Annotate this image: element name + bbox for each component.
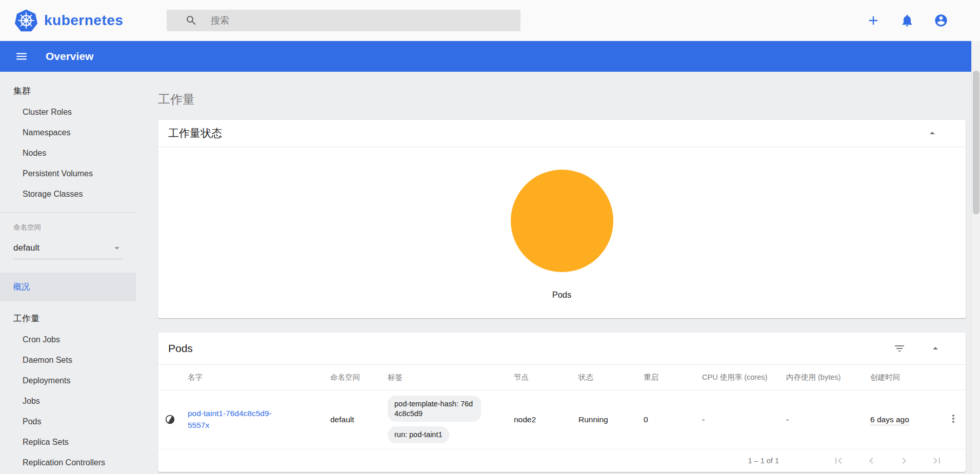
- collapse-card-icon[interactable]: [926, 127, 939, 140]
- column-header-created[interactable]: 创建时间: [870, 365, 947, 390]
- pods-card: Pods: [158, 333, 966, 472]
- account-circle-icon[interactable]: [934, 13, 948, 28]
- sidebar-item-storage-classes[interactable]: Storage Classes: [0, 184, 136, 204]
- chevron-down-icon: [111, 242, 123, 254]
- filter-icon[interactable]: [893, 342, 906, 355]
- table-header-row: 名字 命名空间 标签 节点 状态 重启 CPU 使用率 (cores) 内存使用…: [158, 365, 966, 390]
- scrollbar-thumb[interactable]: [973, 71, 979, 214]
- column-header-name[interactable]: 名字: [188, 365, 330, 390]
- sidebar-item-daemon-sets[interactable]: Daemon Sets: [0, 350, 136, 370]
- column-header-cpu[interactable]: CPU 使用率 (cores): [702, 365, 786, 390]
- column-header-status-icon: [158, 365, 188, 390]
- header-actions: [866, 0, 948, 41]
- sidebar-item-replication-controllers[interactable]: Replication Controllers: [0, 452, 136, 473]
- sidebar-item-jobs[interactable]: Jobs: [0, 391, 136, 411]
- next-page-icon[interactable]: [898, 455, 910, 467]
- page-title: 工作量: [158, 91, 966, 108]
- workload-status-card: 工作量状态 Pods: [158, 120, 966, 318]
- pod-cpu-cell: -: [702, 390, 786, 449]
- sidebar-item-cron-jobs[interactable]: Cron Jobs: [0, 329, 136, 350]
- main-content: 工作量 工作量状态 Pods Pods: [158, 72, 966, 472]
- namespace-selected-value: default: [13, 243, 39, 253]
- pod-status-text-cell: Running: [578, 390, 644, 449]
- first-page-icon[interactable]: [832, 455, 845, 467]
- pod-node-cell: node2: [514, 390, 578, 449]
- last-page-icon[interactable]: [931, 455, 943, 467]
- column-header-restarts[interactable]: 重启: [644, 365, 702, 390]
- column-header-actions: [947, 365, 966, 390]
- sidebar-item-replica-sets[interactable]: Replica Sets: [0, 432, 136, 452]
- kebab-menu-icon[interactable]: [947, 413, 959, 425]
- sidebar-item-pods[interactable]: Pods: [0, 411, 136, 432]
- namespace-select[interactable]: default: [13, 242, 123, 259]
- column-header-status[interactable]: 状态: [578, 365, 644, 390]
- sidebar-item-cluster-roles[interactable]: Cluster Roles: [0, 102, 136, 122]
- kubernetes-brand[interactable]: kubernetes: [14, 9, 123, 32]
- kubernetes-logo-icon: [14, 9, 38, 32]
- pod-actions-cell: [947, 390, 966, 449]
- sidebar-nav: 集群 Cluster Roles Namespaces Nodes Persis…: [0, 72, 136, 474]
- pod-status-cell: [158, 390, 188, 449]
- pod-namespace-cell: default: [330, 390, 388, 449]
- namespace-label: 命名空间: [0, 219, 136, 232]
- pods-table: 名字 命名空间 标签 节点 状态 重启 CPU 使用率 (cores) 内存使用…: [158, 365, 966, 449]
- sidebar-heading-cluster: 集群: [0, 79, 136, 102]
- pod-name-link[interactable]: pod-taint1-76d4c8c5d9-5557x: [188, 408, 279, 431]
- search-input[interactable]: 搜索: [167, 10, 521, 31]
- label-chip[interactable]: run: pod-taint1: [388, 426, 449, 443]
- search-placeholder: 搜索: [211, 14, 229, 27]
- pod-labels-cell: pod-template-hash: 76d4c8c5d9 run: pod-t…: [388, 390, 514, 449]
- sidebar-item-persistent-volumes[interactable]: Persistent Volumes: [0, 163, 136, 184]
- pods-card-title: Pods: [168, 342, 193, 355]
- pod-memory-cell: -: [786, 390, 870, 449]
- sidebar-item-namespaces[interactable]: Namespaces: [0, 122, 136, 143]
- pod-name-cell: pod-taint1-76d4c8c5d9-5557x: [188, 390, 330, 449]
- top-header: kubernetes 搜索: [0, 0, 980, 41]
- kubernetes-dashboard: kubernetes 搜索 Overview 集群 Cluster Roles …: [0, 0, 980, 474]
- notifications-bell-icon[interactable]: [900, 13, 914, 28]
- app-bar: Overview: [0, 41, 971, 72]
- hamburger-menu-icon[interactable]: [15, 50, 28, 63]
- sidebar-item-deployments[interactable]: Deployments: [0, 370, 136, 391]
- pagination-range-label: 1 – 1 of 1: [748, 457, 779, 465]
- column-header-labels[interactable]: 标签: [388, 365, 514, 390]
- table-row: pod-taint1-76d4c8c5d9-5557x default pod-…: [158, 390, 966, 449]
- brand-name: kubernetes: [44, 12, 123, 29]
- pod-status-icon: [165, 414, 175, 425]
- column-header-node[interactable]: 节点: [514, 365, 578, 390]
- pod-restarts-cell: 0: [644, 390, 702, 449]
- label-chip[interactable]: pod-template-hash: 76d4c8c5d9: [388, 396, 481, 422]
- sidebar-item-overview[interactable]: 概况: [0, 273, 136, 301]
- vertical-scrollbar[interactable]: [971, 41, 980, 474]
- search-icon: [185, 14, 197, 27]
- sidebar-item-nodes[interactable]: Nodes: [0, 143, 136, 163]
- pie-chart-label: Pods: [552, 290, 572, 300]
- pods-pie-chart: Pods: [158, 147, 966, 318]
- pie-slice-pods: [511, 170, 613, 272]
- column-header-namespace[interactable]: 命名空间: [330, 365, 388, 390]
- pod-created-value: 6 days ago: [870, 415, 909, 425]
- create-resource-icon[interactable]: [866, 13, 881, 28]
- collapse-card-icon[interactable]: [929, 342, 942, 355]
- workload-status-card-title: 工作量状态: [168, 126, 222, 140]
- pod-created-cell: 6 days ago: [870, 390, 947, 449]
- sidebar-heading-workloads: 工作量: [0, 306, 136, 329]
- previous-page-icon[interactable]: [865, 455, 877, 467]
- column-header-memory[interactable]: 内存使用 (bytes): [786, 365, 870, 390]
- sidebar-divider: [0, 212, 136, 213]
- page-title-appbar: Overview: [46, 50, 93, 63]
- table-pagination: 1 – 1 of 1: [158, 449, 966, 472]
